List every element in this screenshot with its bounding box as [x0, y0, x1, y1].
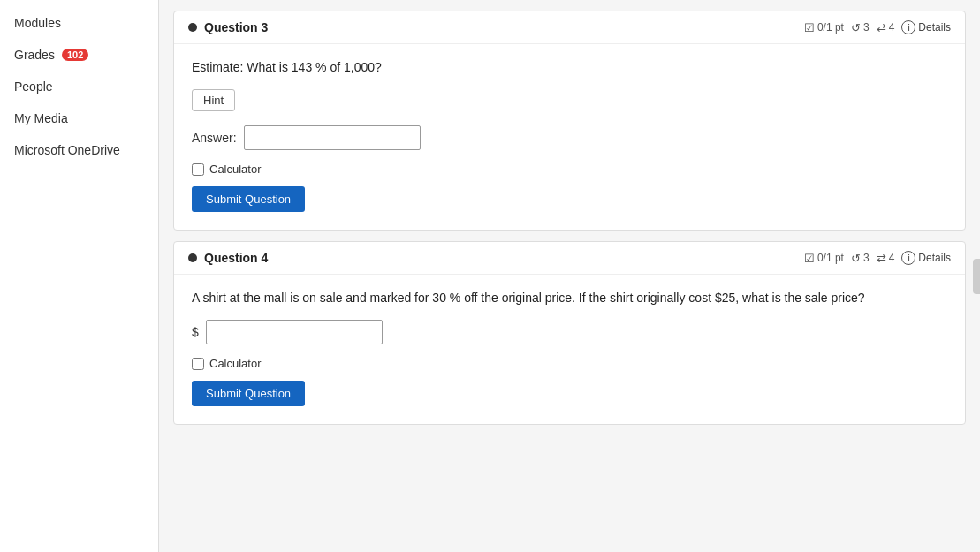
sidebar-item-people[interactable]: People — [0, 71, 158, 102]
q4-submit-button[interactable]: Submit Question — [192, 381, 305, 406]
q4-dollar-prefix: $ — [192, 325, 199, 339]
q3-answer-input[interactable] — [244, 125, 421, 150]
q4-attempts: 3 — [863, 252, 870, 264]
question-4-dot — [188, 253, 197, 262]
q3-submissions-icon: ⇄ — [877, 21, 886, 34]
q4-calculator-row: Calculator — [192, 357, 947, 370]
question-4-body: A shirt at the mall is on sale and marke… — [174, 275, 965, 424]
question-3-label: Question 3 — [204, 20, 268, 34]
q3-details-label: Details — [918, 21, 951, 34]
q3-score-icon: ☑ — [804, 21, 815, 34]
question-4-meta: ☑ 0/1 pt ↺ 3 ⇄ 4 i Details — [804, 251, 951, 265]
q4-score-icon: ☑ — [804, 252, 815, 265]
q4-attempts-item: ↺ 3 — [851, 252, 870, 265]
q3-details-link[interactable]: i Details — [901, 20, 951, 34]
question-4-label: Question 4 — [204, 251, 268, 265]
sidebar-item-modules[interactable]: Modules — [0, 7, 158, 39]
q3-submit-button[interactable]: Submit Question — [192, 186, 305, 212]
q3-answer-label: Answer: — [192, 131, 237, 145]
q3-calculator-row: Calculator — [192, 163, 947, 176]
q4-answer-row: $ — [192, 320, 947, 344]
q4-info-icon: i — [901, 251, 915, 265]
sidebar-item-modules-label: Modules — [14, 16, 61, 30]
sidebar-item-grades-label: Grades — [14, 48, 55, 62]
q4-score-item: ☑ 0/1 pt — [804, 252, 844, 265]
q3-calculator-label: Calculator — [209, 163, 262, 176]
question-3-text: Estimate: What is 143 % of 1,000? — [192, 58, 947, 77]
question-3-dot — [188, 23, 197, 32]
q4-score: 0/1 pt — [817, 252, 844, 264]
q4-calculator-label: Calculator — [209, 357, 262, 370]
q3-score-item: ☑ 0/1 pt — [804, 21, 844, 34]
q3-hint-button[interactable]: Hint — [192, 89, 235, 111]
scroll-handle — [973, 259, 980, 294]
question-4-header: Question 4 ☑ 0/1 pt ↺ 3 ⇄ 4 i Details — [174, 242, 965, 275]
q3-submissions: 4 — [889, 21, 895, 34]
question-4-title: Question 4 — [188, 251, 268, 265]
sidebar-item-grades[interactable]: Grades 102 — [0, 39, 158, 71]
q3-answer-row: Answer: — [192, 125, 947, 150]
main-content: Question 3 ☑ 0/1 pt ↺ 3 ⇄ 4 i Details — [159, 0, 980, 552]
question-3-block: Question 3 ☑ 0/1 pt ↺ 3 ⇄ 4 i Details — [173, 11, 966, 231]
q4-calculator-checkbox[interactable] — [192, 358, 204, 370]
question-3-header: Question 3 ☑ 0/1 pt ↺ 3 ⇄ 4 i Details — [174, 11, 965, 44]
q4-answer-input[interactable] — [206, 320, 383, 344]
question-3-meta: ☑ 0/1 pt ↺ 3 ⇄ 4 i Details — [804, 20, 951, 34]
question-4-text: A shirt at the mall is on sale and marke… — [192, 289, 947, 307]
q4-submissions-item: ⇄ 4 — [877, 252, 895, 265]
question-3-title: Question 3 — [188, 20, 268, 34]
sidebar-item-microsoft-onedrive-label: Microsoft OneDrive — [14, 143, 120, 157]
sidebar: Modules Grades 102 People My Media Micro… — [0, 0, 159, 552]
sidebar-item-my-media-label: My Media — [14, 111, 68, 125]
sidebar-item-microsoft-onedrive[interactable]: Microsoft OneDrive — [0, 134, 158, 166]
q4-details-link[interactable]: i Details — [901, 251, 951, 265]
q3-calculator-checkbox[interactable] — [192, 163, 204, 176]
q3-score: 0/1 pt — [817, 21, 844, 34]
q3-attempts-item: ↺ 3 — [851, 21, 870, 34]
q3-attempts-icon: ↺ — [851, 21, 861, 34]
q3-submissions-item: ⇄ 4 — [877, 21, 895, 34]
q4-attempts-icon: ↺ — [851, 252, 861, 265]
question-4-block: Question 4 ☑ 0/1 pt ↺ 3 ⇄ 4 i Details — [173, 241, 966, 425]
q4-submissions-icon: ⇄ — [877, 252, 886, 265]
q3-attempts: 3 — [863, 21, 870, 34]
question-3-body: Estimate: What is 143 % of 1,000? Hint A… — [174, 44, 965, 230]
q4-details-label: Details — [918, 252, 951, 264]
sidebar-item-people-label: People — [14, 79, 53, 94]
q4-submissions: 4 — [889, 252, 895, 264]
sidebar-item-my-media[interactable]: My Media — [0, 102, 158, 134]
q3-info-icon: i — [901, 20, 915, 34]
grades-badge: 102 — [62, 49, 88, 61]
